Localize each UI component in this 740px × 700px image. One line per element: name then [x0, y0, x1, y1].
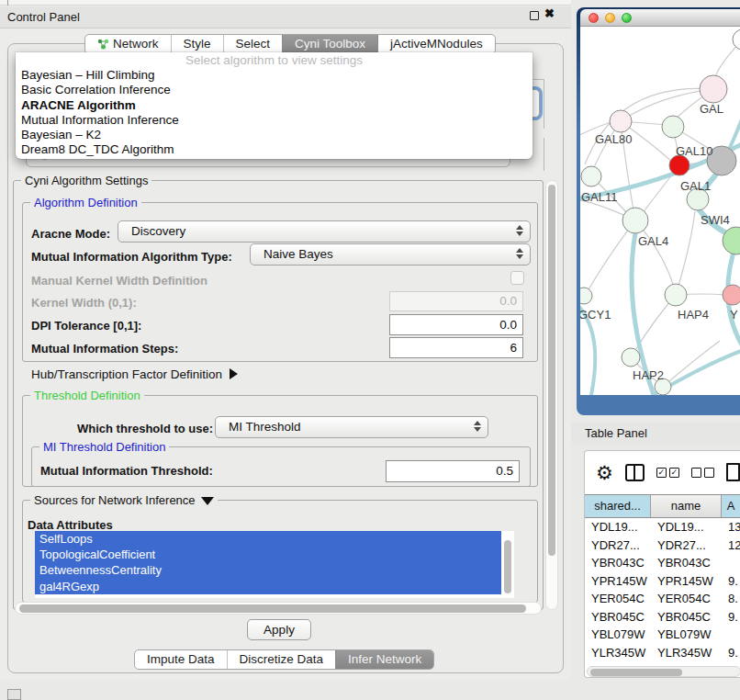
hub-definition-expander[interactable]: Hub/Transcription Factor Definition	[31, 367, 238, 381]
mi-type-combobox[interactable]: Naive Bayes	[250, 243, 531, 265]
table-cell: 9.	[722, 572, 740, 591]
algorithm-option[interactable]: Bayesian – K2	[16, 128, 533, 142]
tab-jactivemnodules[interactable]: jActiveMNodules	[377, 35, 495, 53]
table-rows: YDL19...YDL19...13YDR27...YDR27...12YBR0…	[585, 518, 740, 668]
network-node[interactable]	[733, 29, 740, 50]
table-cell: 13	[722, 518, 740, 536]
node-label: Y	[730, 308, 738, 322]
which-threshold-value: MI Threshold	[229, 420, 301, 434]
settings-scrollbar-thumb[interactable]	[548, 185, 555, 556]
sources-legend[interactable]: Sources for Network Inference	[30, 493, 218, 507]
split-columns-icon[interactable]	[625, 464, 645, 481]
dpi-tolerance-field[interactable]: 0.0	[389, 314, 523, 335]
unchecked-boxes-icon[interactable]	[691, 468, 714, 478]
algorithm-option[interactable]: Dream8 DC_TDC Algorithm	[16, 142, 533, 157]
divider-tick	[7, 0, 8, 6]
data-attributes-list[interactable]: SelfLoopsTopologicalCoefficientBetweenne…	[35, 531, 514, 598]
attribute-list-item[interactable]: BetweennessCentrality	[35, 562, 501, 578]
network-node[interactable]	[622, 208, 648, 233]
kernel-width-field[interactable]: 0.0	[389, 291, 523, 311]
which-threshold-combobox[interactable]: MI Threshold	[215, 416, 488, 438]
table-cell	[722, 626, 740, 644]
data-attributes-label: Data Attributes	[28, 518, 113, 532]
algorithm-option[interactable]: ARACNE Algorithm	[16, 98, 533, 113]
network-node[interactable]	[723, 285, 740, 305]
attribute-list-item[interactable]: gal4RGexp	[35, 579, 501, 594]
table-panel-title: Table Panel	[585, 426, 647, 440]
settings-hscrollbar-thumb[interactable]	[19, 604, 526, 613]
network-node[interactable]	[581, 166, 601, 186]
network-node[interactable]	[700, 75, 727, 103]
network-node[interactable]	[622, 348, 640, 367]
algorithm-dropdown-prompt: Select algorithm to view settings	[16, 52, 533, 68]
attribute-list-item[interactable]: TopologicalCoefficient	[35, 547, 501, 562]
kernel-width-label: Kernel Width (0,1):	[31, 296, 137, 310]
tab-label: Select	[236, 35, 271, 53]
table-row[interactable]: YBR045CYBR045C9.	[585, 608, 740, 627]
table-row[interactable]: YBL079WYBL079W	[585, 626, 740, 644]
manual-kernel-checkbox[interactable]	[510, 271, 524, 285]
table-cell: 8.	[722, 590, 740, 608]
column-header[interactable]: name	[651, 495, 722, 517]
tab-select[interactable]: Select	[223, 35, 283, 53]
control-panel-tab-bar: NetworkStyleSelectCyni ToolboxjActiveMNo…	[84, 34, 496, 54]
table-header-row: shared...nameA	[585, 494, 740, 518]
table-row[interactable]: YBR043CYBR043C	[585, 554, 740, 572]
tab-cyni-toolbox[interactable]: Cyni Toolbox	[282, 35, 377, 53]
algorithm-option[interactable]: Basic Correlation Inference	[16, 83, 533, 97]
network-node[interactable]	[669, 155, 690, 175]
tab-style[interactable]: Style	[171, 35, 223, 53]
settings-vertical-scrollbar[interactable]	[545, 180, 558, 610]
tab-label: Network	[113, 35, 159, 53]
data-attributes-items: SelfLoopsTopologicalCoefficientBetweenne…	[35, 531, 514, 594]
table-horizontal-scrollbar[interactable]	[587, 666, 740, 677]
close-traffic-icon[interactable]	[589, 13, 599, 23]
stepper-arrows-icon	[516, 248, 523, 259]
algorithm-option[interactable]: Bayesian – Hill Climbing	[16, 68, 533, 83]
tab-impute-data[interactable]: Impute Data	[135, 650, 227, 669]
algorithm-option[interactable]: Mutual Information Inference	[16, 113, 533, 128]
collapsed-panel-button[interactable]	[7, 689, 21, 700]
table-cell: YDL19...	[585, 518, 651, 536]
mi-steps-field[interactable]: 6	[389, 337, 523, 358]
checked-boxes-icon[interactable]: ✓✓	[656, 468, 679, 478]
minimize-traffic-icon[interactable]	[605, 13, 615, 23]
table-hscrollbar-thumb[interactable]	[590, 669, 682, 676]
mi-threshold-field[interactable]: 0.5	[386, 460, 520, 482]
mi-threshold-legend: MI Threshold Definition	[39, 440, 169, 454]
algorithm-dropdown-items: Bayesian – Hill ClimbingBasic Correlatio…	[16, 68, 533, 158]
attribute-list-item[interactable]: SelfLoops	[35, 531, 501, 547]
close-icon[interactable]: ✖	[544, 6, 555, 20]
new-table-icon[interactable]	[726, 463, 740, 481]
table-cell: YER054C	[585, 590, 651, 608]
tab-discretize-data[interactable]: Discretize Data	[227, 650, 336, 669]
network-window-titlebar[interactable]	[580, 9, 740, 27]
tab-infer-network[interactable]: Infer Network	[335, 650, 433, 669]
network-node[interactable]	[665, 284, 687, 306]
list-scrollbar-thumb[interactable]	[504, 540, 511, 593]
table-row[interactable]: YLR345WYLR345W9.	[585, 644, 740, 662]
node-label: HAP4	[678, 308, 709, 322]
table-row[interactable]: YDR27...YDR27...12	[585, 536, 740, 555]
settings-horizontal-scrollbar[interactable]	[15, 602, 542, 615]
column-header[interactable]: shared...	[585, 495, 651, 517]
node-label: HAP2	[633, 368, 664, 382]
apply-button[interactable]: Apply	[247, 619, 311, 640]
mi-threshold-label: Mutual Information Threshold:	[40, 464, 213, 478]
tab-network[interactable]: Network	[85, 35, 171, 53]
float-panel-icon[interactable]	[530, 11, 539, 20]
table-row[interactable]: YPR145WYPR145W9.	[585, 572, 740, 591]
network-canvas[interactable]: GALGAL80GAL10GAL1GAL11SWI4GAL4GCY1HAP4YH…	[580, 27, 740, 395]
network-node[interactable]	[580, 288, 592, 304]
algorithm-dropdown-popup: Select algorithm to view settings Bayesi…	[16, 52, 533, 159]
network-node[interactable]	[662, 116, 684, 138]
table-row[interactable]: YDL19...YDL19...13	[585, 518, 740, 536]
top-strip	[0, 0, 571, 6]
aracne-mode-combobox[interactable]: Discovery	[118, 220, 531, 243]
table-row[interactable]: YER054CYER054C8.	[585, 590, 740, 608]
table-cell: 12	[722, 536, 740, 555]
zoom-traffic-icon[interactable]	[622, 13, 632, 23]
network-node[interactable]	[610, 110, 632, 132]
column-header[interactable]: A	[722, 495, 740, 517]
gear-icon[interactable]: ⚙	[596, 463, 613, 482]
